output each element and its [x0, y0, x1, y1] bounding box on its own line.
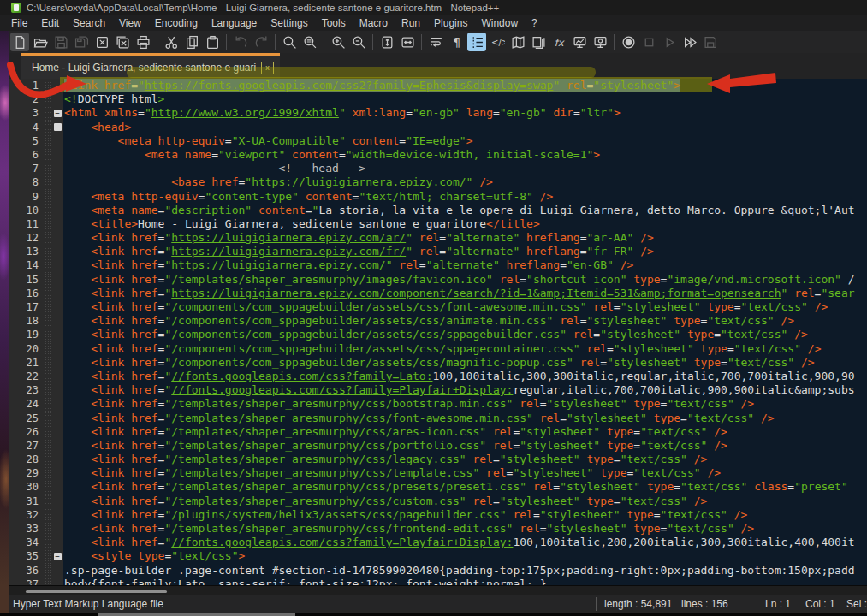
code-line-15[interactable]: 15<link href="/templates/shaper_aresmurp… — [9, 273, 867, 287]
fold-margin[interactable] — [51, 495, 63, 508]
fold-margin[interactable] — [51, 453, 63, 466]
zoom-in-button[interactable] — [329, 33, 347, 51]
code-line-34[interactable]: 34<link href="//fonts.googleapis.com/css… — [9, 536, 867, 549]
fold-margin[interactable] — [51, 175, 63, 189]
fold-margin[interactable] — [51, 508, 63, 522]
bookmark-margin[interactable] — [45, 328, 51, 341]
fold-margin[interactable]: − — [51, 121, 63, 134]
fold-margin[interactable] — [51, 578, 63, 585]
code-line-12[interactable]: 12<link href="https://luigigiarnera.epiz… — [9, 231, 867, 245]
fold-margin[interactable] — [51, 397, 63, 411]
code-text[interactable]: <link href="//fonts.googleapis.com/css?f… — [63, 536, 867, 549]
fold-margin[interactable] — [51, 79, 63, 92]
code-text[interactable]: <link href="/components/com_sppagebuilde… — [63, 342, 867, 356]
new-file-button[interactable] — [10, 33, 29, 51]
code-line-7[interactable]: 7<!-- head --> — [9, 162, 867, 175]
macro-record-button[interactable] — [619, 33, 638, 51]
code-line-33[interactable]: 33<link href="/templates/shaper_aresmurp… — [9, 522, 867, 536]
fold-margin[interactable]: − — [51, 106, 63, 120]
bookmark-margin[interactable] — [45, 578, 51, 585]
undo-button[interactable] — [231, 33, 250, 51]
code-line-11[interactable]: 11<title>Home - Luigi Giarnera, sedicent… — [9, 217, 867, 231]
fold-margin[interactable] — [51, 370, 63, 383]
document-map-button[interactable] — [508, 33, 527, 51]
bookmark-margin[interactable] — [45, 549, 51, 563]
bookmark-margin[interactable] — [45, 287, 51, 300]
code-text[interactable]: <link href="/components/com_sppagebuilde… — [63, 356, 867, 370]
bookmark-margin[interactable] — [45, 480, 51, 494]
code-text[interactable]: <meta http-equiv="content-type" content=… — [63, 190, 867, 204]
fold-margin[interactable] — [51, 300, 63, 314]
menu-plugins[interactable]: Plugins — [427, 15, 474, 31]
code-text[interactable]: <meta http-equiv="X-UA-Compatible" conte… — [63, 134, 867, 148]
macro-stop-button[interactable] — [639, 33, 658, 51]
code-text[interactable]: body{font-family:Lato, sans-serif; font-… — [63, 578, 867, 585]
code-text[interactable]: <link href="//fonts.googleapis.com/css?f… — [63, 383, 867, 397]
fold-margin[interactable] — [51, 273, 63, 287]
fold-margin[interactable] — [51, 356, 63, 370]
bookmark-margin[interactable] — [45, 383, 51, 397]
word-wrap-button[interactable] — [426, 33, 445, 51]
code-line-28[interactable]: 28<link href="/templates/shaper_aresmurp… — [9, 453, 867, 466]
code-line-26[interactable]: 26<link href="/templates/shaper_aresmurp… — [9, 425, 867, 439]
bookmark-margin[interactable] — [45, 190, 51, 204]
bookmark-margin[interactable] — [45, 356, 51, 370]
menu-search[interactable]: Search — [66, 15, 112, 31]
code-line-3[interactable]: 3−<html xmlns="http://www.w3.org/1999/xh… — [9, 106, 867, 120]
bookmark-margin[interactable] — [45, 425, 51, 439]
fold-margin[interactable] — [51, 439, 63, 453]
code-line-25[interactable]: 25<link href="/templates/shaper_aresmurp… — [9, 412, 867, 425]
fold-margin[interactable] — [51, 287, 63, 300]
code-line-6[interactable]: 6<meta name="viewport" content="width=de… — [9, 148, 867, 162]
fold-margin[interactable] — [51, 314, 63, 328]
editor-code-area[interactable]: 1<link href="https://fonts.googleapis.co… — [9, 79, 867, 585]
bookmark-margin[interactable] — [45, 412, 51, 425]
menu-settings[interactable]: Settings — [264, 15, 314, 31]
code-text[interactable]: <link href="/templates/shaper_aresmurphy… — [63, 439, 867, 453]
code-line-2[interactable]: 2<!DOCTYPE html> — [9, 92, 867, 106]
bookmark-margin[interactable] — [45, 273, 51, 287]
fold-margin[interactable] — [51, 245, 63, 258]
code-line-20[interactable]: 20<link href="/components/com_sppagebuil… — [9, 342, 867, 356]
fold-margin[interactable] — [51, 564, 63, 578]
print-button[interactable] — [134, 33, 152, 51]
code-text[interactable]: <!DOCTYPE html> — [63, 92, 867, 106]
bookmark-margin[interactable] — [45, 106, 51, 120]
bookmark-margin[interactable] — [45, 245, 51, 258]
save-all-button[interactable] — [72, 33, 91, 51]
menu-edit[interactable]: Edit — [34, 15, 66, 31]
bookmark-margin[interactable] — [45, 314, 51, 328]
title-bar[interactable]: C:\Users\oxyda\AppData\Local\Temp\Home -… — [0, 0, 867, 15]
code-line-29[interactable]: 29<link href="/templates/shaper_aresmurp… — [9, 466, 867, 480]
paste-button[interactable] — [203, 33, 222, 51]
bookmark-margin[interactable] — [45, 564, 51, 578]
code-text[interactable]: <link href="/templates/shaper_aresmurphy… — [63, 495, 867, 508]
bookmark-margin[interactable] — [45, 162, 51, 175]
bookmark-margin[interactable] — [45, 79, 51, 92]
code-line-17[interactable]: 17<link href="/components/com_sppagebuil… — [9, 300, 867, 314]
code-text[interactable]: <title>Home - Luigi Giarnera, sedicente … — [63, 217, 867, 231]
code-text[interactable]: <html xmlns="http://www.w3.org/1999/xhtm… — [63, 106, 867, 120]
menu-view[interactable]: View — [112, 15, 148, 31]
fold-margin[interactable] — [51, 383, 63, 397]
code-text[interactable]: <style type="text/css"> — [63, 549, 867, 563]
menu-file[interactable]: File — [4, 15, 34, 31]
bookmark-margin[interactable] — [45, 231, 51, 245]
code-text[interactable]: <link href="https://luigigiarnera.epizy.… — [63, 231, 867, 245]
bookmark-margin[interactable] — [45, 121, 51, 134]
fold-margin[interactable] — [51, 231, 63, 245]
fold-margin[interactable] — [51, 148, 63, 162]
code-text[interactable]: <meta name="viewport" content="width=dev… — [63, 148, 867, 162]
tab-active-document[interactable]: Home - Luigi Giarnera, sedicente santone… — [21, 53, 280, 79]
document-list-button[interactable] — [529, 33, 548, 51]
copy-button[interactable] — [182, 33, 201, 51]
code-text[interactable]: <link href="/plugins/system/helix3/asset… — [63, 508, 867, 522]
fold-margin[interactable] — [51, 134, 63, 148]
show-indent-guide-button[interactable] — [467, 33, 486, 51]
monitoring-button[interactable] — [570, 33, 589, 51]
fold-margin[interactable] — [51, 258, 63, 272]
menu-run[interactable]: Run — [395, 15, 427, 31]
code-line-4[interactable]: 4−<head> — [9, 121, 867, 134]
macro-run-multiple-button[interactable] — [680, 33, 699, 51]
menu-language[interactable]: Language — [205, 15, 264, 31]
